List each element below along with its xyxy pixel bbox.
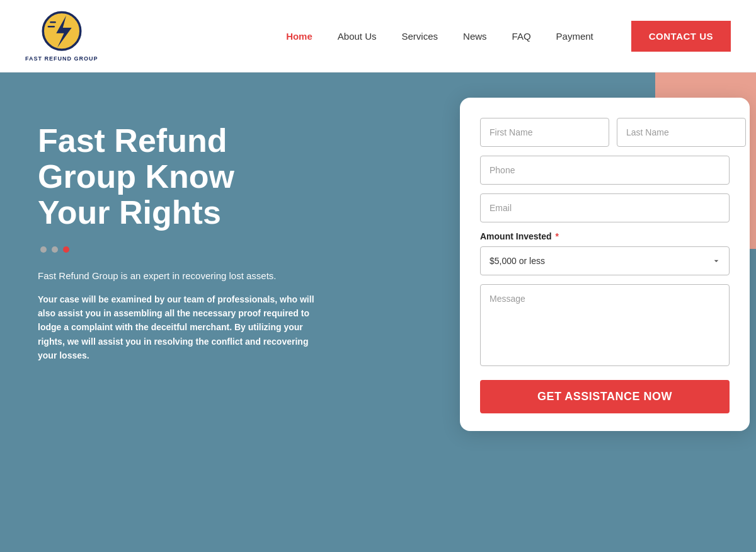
first-name-input[interactable] [480,118,609,147]
hero-title: Fast Refund Group Know Your Rights [38,123,315,231]
nav-news[interactable]: News [463,31,487,42]
amount-select[interactable]: $5,000 or less $5,001 - $10,000 $10,001 … [480,246,730,275]
amount-label: Amount Invested * [480,231,730,241]
required-star: * [553,231,559,241]
hero-section: Fast Refund Group Know Your Rights Fast … [0,72,756,552]
message-textarea[interactable] [480,284,730,366]
nav-payment[interactable]: Payment [556,31,593,42]
main-nav: Home About Us Services News FAQ Payment … [286,21,731,52]
name-row [480,118,730,147]
contact-us-button[interactable]: CONTACT US [631,21,731,52]
site-header: FAST REFUND GROUP Home About Us Services… [0,0,756,72]
logo-text: FAST REFUND GROUP [25,55,98,62]
logo-icon [40,10,84,54]
dot-1[interactable] [40,246,47,253]
hero-subtitle: Fast Refund Group is an expert in recove… [38,270,315,281]
last-name-input[interactable] [617,118,746,147]
nav-faq[interactable]: FAQ [512,31,531,42]
nav-home[interactable]: Home [286,31,312,42]
submit-button[interactable]: GET ASSISTANCE NOW [480,380,730,413]
dot-2[interactable] [52,246,58,253]
logo-area: FAST REFUND GROUP [25,10,98,62]
hero-body: Your case will be examined by our team o… [38,292,315,363]
contact-form-card: Amount Invested * $5,000 or less $5,001 … [460,98,750,431]
email-input[interactable] [480,193,730,222]
nav-services[interactable]: Services [402,31,438,42]
hero-content: Fast Refund Group Know Your Rights Fast … [0,72,353,388]
nav-about[interactable]: About Us [338,31,377,42]
phone-input[interactable] [480,156,730,185]
dot-3[interactable] [63,246,69,253]
carousel-dots [40,246,315,253]
contact-form: Amount Invested * $5,000 or less $5,001 … [480,118,730,413]
